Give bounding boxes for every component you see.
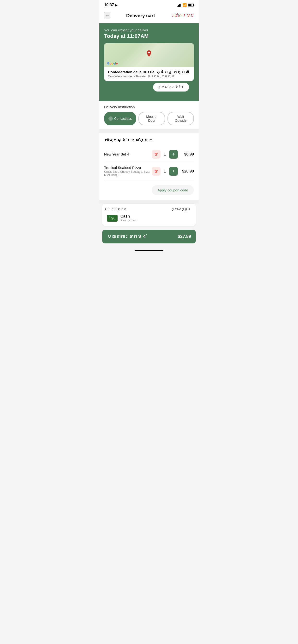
delivery-instruction-section: Delivery Instruction ✓ Contactless Meet … [99, 101, 199, 131]
map-pin-icon [146, 50, 152, 59]
status-bar: 10:37 ▶ 📶 [99, 0, 199, 9]
item-1-delete-button[interactable] [152, 150, 161, 158]
payment-section: វេរបទូនាគ ផ្លាស់ប្ដូរ Cash Pay by cash [102, 204, 196, 226]
map-address-main: Confederation de la Russie, ភ្នំពេញ, កម្… [108, 70, 190, 74]
payment-label: វេរបទូនាគ [107, 208, 127, 211]
svg-point-0 [148, 52, 150, 54]
item-2-name: Tropical Seafood Pizza [104, 166, 152, 170]
page-title: Delivery cart [126, 13, 155, 18]
item-1-info: New Year Set 4 [104, 152, 152, 157]
item-2-delete-button[interactable] [152, 167, 161, 176]
order-item-1: New Year Set 4 1 + $6.99 [104, 146, 194, 162]
signal-icon [177, 3, 181, 7]
home-indicator [99, 247, 199, 254]
checkout-button[interactable]: បញ្ជាការទុកម្ង់ $27.89 [102, 230, 196, 244]
checkout-label: បញ្ជាការទុកម្ង់ [107, 234, 146, 239]
delivery-banner: You can expect your deliver Today at 11:… [99, 23, 199, 101]
checkout-section: បញ្ជាការទុកម្ង់ $27.89 [99, 230, 199, 247]
trash-icon [154, 170, 158, 173]
coupon-section: Apply coupon code [99, 180, 199, 202]
divider [99, 202, 199, 204]
back-button[interactable]: ← [104, 12, 110, 19]
contactless-label: Contactless [114, 117, 132, 120]
order-section: កាទុកម្ង់របស់អ្នក New Year Set 4 1 + $6.… [99, 133, 199, 180]
order-item-2: Tropical Seafood Pizza Crust: Extra Chee… [104, 162, 194, 180]
map-area[interactable]: Google [104, 43, 194, 67]
instruction-label: Delivery Instruction [104, 105, 194, 109]
contactless-button[interactable]: ✓ Contactless [104, 112, 136, 125]
change-address-row: ផ្លាស់មូរទីតាំង [104, 81, 194, 95]
status-time: 10:37 ▶ [104, 3, 117, 7]
wait-outside-label: Wait Outside [175, 115, 186, 122]
item-2-controls: 1 + [152, 167, 178, 176]
check-icon: ✓ [108, 116, 113, 121]
item-1-quantity: 1 [163, 152, 167, 156]
item-1-price: $6.99 [181, 152, 194, 156]
google-logo: Google [107, 62, 118, 65]
payment-method-name: Cash [120, 214, 137, 218]
status-icons: 📶 [177, 3, 194, 7]
home-bar [135, 250, 163, 251]
item-2-quantity: 1 [163, 169, 167, 174]
header-action-button[interactable]: រថៀការលួប [171, 14, 194, 18]
meet-at-door-button[interactable]: Meet at Door [138, 112, 165, 125]
battery-icon [188, 4, 194, 6]
apply-coupon-button[interactable]: Apply coupon code [152, 185, 194, 195]
svg-point-3 [112, 218, 113, 219]
change-address-button[interactable]: ផ្លាស់មូរទីតាំង [153, 83, 189, 92]
payment-change-button[interactable]: ផ្លាស់ប្ដូរ [171, 208, 191, 211]
section-divider [99, 131, 199, 133]
cash-icon [107, 215, 117, 222]
meet-at-door-label: Meet at Door [146, 115, 158, 122]
instruction-options: ✓ Contactless Meet at Door Wait Outside [104, 112, 194, 125]
payment-method: Cash Pay by cash [107, 214, 191, 222]
item-1-controls: 1 + [152, 150, 178, 158]
map-address: Confederation de la Russie, ភ្នំពេញ, កម្… [104, 67, 194, 81]
map-card: Google Confederation de la Russie, ភ្នំព… [104, 43, 194, 81]
item-2-price: $20.90 [181, 169, 194, 174]
order-section-title: កាទុកម្ង់របស់អ្នក [104, 138, 194, 143]
delivery-expect-text: You can expect your deliver [104, 28, 194, 32]
cash-icon-svg [109, 216, 116, 220]
wait-outside-button[interactable]: Wait Outside [168, 112, 194, 125]
trash-icon [154, 152, 158, 156]
payment-header: វេរបទូនាគ ផ្លាស់ប្ដូរ [107, 208, 191, 211]
item-1-name: New Year Set 4 [104, 152, 152, 156]
payment-method-sub: Pay by cash [120, 218, 137, 222]
item-1-add-button[interactable]: + [169, 150, 178, 158]
item-2-desc: Crust: Extra Cheesy Sausage, Size: M (9 … [104, 170, 152, 177]
wifi-icon: 📶 [183, 3, 187, 7]
payment-method-info: Cash Pay by cash [120, 214, 137, 222]
location-icon: ▶ [115, 3, 117, 7]
time-label: 10:37 [104, 3, 114, 7]
delivery-time-text: Today at 11:07AM [104, 33, 194, 39]
item-2-add-button[interactable]: + [169, 167, 178, 176]
checkout-total: $27.89 [178, 234, 191, 239]
header: ← Delivery cart រថៀការលួប [99, 9, 199, 23]
item-2-info: Tropical Seafood Pizza Crust: Extra Chee… [104, 166, 152, 177]
map-address-sub: Confederation de la Russie, ភ្នំពេញ, កម្… [108, 74, 190, 78]
